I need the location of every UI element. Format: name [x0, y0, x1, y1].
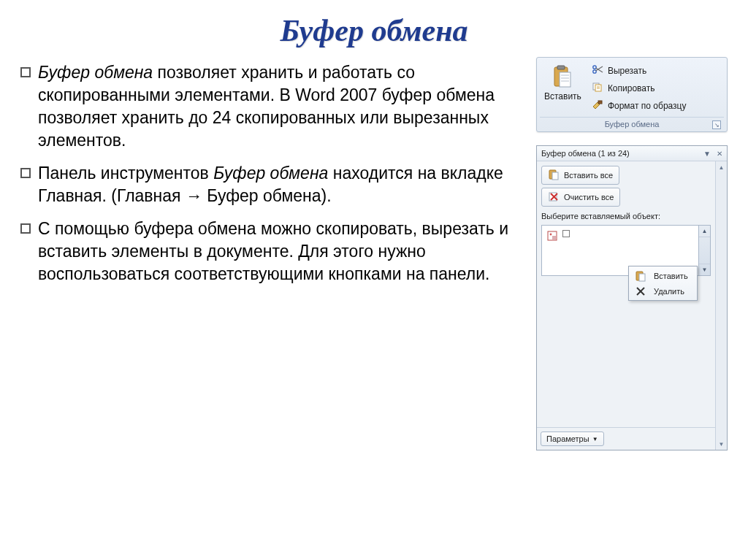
- clipboard-task-pane: Буфер обмена (1 из 24) ▼ ✕: [536, 145, 728, 450]
- format-painter-label: Формат по образцу: [608, 101, 687, 111]
- list-scrollbar[interactable]: ▲ ▼: [699, 225, 711, 276]
- paste-label: Вставить: [544, 91, 581, 101]
- clipboard-item-thumb: [562, 230, 570, 237]
- context-menu: Вставить Удалить: [628, 266, 698, 301]
- bullet-marker: [20, 168, 31, 178]
- format-painter-button[interactable]: Формат по образцу: [589, 97, 690, 114]
- copy-button[interactable]: Копировать: [589, 80, 690, 96]
- bullet-2: Панель инструментов Буфер обмена находит…: [38, 162, 520, 207]
- paste-all-button[interactable]: Вставить все: [541, 166, 619, 185]
- svg-rect-22: [552, 236, 556, 239]
- chevron-down-icon: ▼: [592, 436, 598, 442]
- paste-button[interactable]: Вставить: [540, 61, 586, 114]
- copy-icon: [592, 82, 603, 94]
- pane-title: Буфер обмена (1 из 24): [541, 149, 630, 158]
- svg-point-21: [550, 234, 552, 236]
- slide-title: Буфер обмена: [20, 13, 728, 48]
- svg-rect-1: [557, 66, 565, 69]
- parameters-button[interactable]: Параметры ▼: [541, 431, 604, 446]
- paste-icon: [551, 64, 574, 91]
- svg-rect-24: [639, 274, 645, 281]
- bullet-marker: [20, 67, 31, 77]
- ribbon-clipboard-group: Вставить Вы: [536, 57, 728, 132]
- svg-rect-2: [560, 72, 570, 87]
- context-paste-label: Вставить: [654, 272, 688, 280]
- copy-label: Копировать: [608, 83, 655, 93]
- paste-all-label: Вставить все: [564, 171, 613, 180]
- svg-rect-14: [598, 101, 602, 104]
- context-paste-item[interactable]: Вставить: [630, 268, 695, 284]
- cut-label: Вырезать: [608, 66, 646, 76]
- clipboard-item-icon: [546, 230, 558, 242]
- svg-rect-16: [552, 172, 558, 180]
- ribbon-group-title: Буфер обмена: [605, 120, 660, 129]
- clear-all-button[interactable]: Очистить все: [541, 188, 620, 207]
- bullet-marker: [20, 223, 31, 234]
- dialog-launcher[interactable]: ↘: [712, 120, 721, 129]
- bullet-3: С помощью буфера обмена можно скопироват…: [38, 218, 520, 285]
- bullet-1: Буфер обмена позволяет хранить и работат…: [38, 61, 520, 152]
- brush-icon: [592, 99, 603, 112]
- pane-menu-icon[interactable]: ▼: [703, 150, 711, 158]
- select-object-label: Выберите вставляемый объект:: [541, 212, 711, 220]
- scissors-icon: [592, 64, 603, 77]
- context-delete-item[interactable]: Удалить: [630, 284, 695, 299]
- pane-close-icon[interactable]: ✕: [717, 150, 722, 158]
- body-text: Буфер обмена позволяет хранить и работат…: [20, 57, 520, 450]
- clear-all-icon: [548, 191, 560, 204]
- cut-button[interactable]: Вырезать: [589, 62, 690, 79]
- clear-all-label: Очистить все: [564, 193, 614, 202]
- paste-all-icon: [548, 169, 560, 182]
- context-delete-label: Удалить: [654, 287, 684, 296]
- pane-scrollbar[interactable]: ▲ ▼: [715, 161, 727, 450]
- context-paste-icon: [633, 270, 648, 282]
- delete-icon: [633, 286, 648, 296]
- parameters-label: Параметры: [546, 434, 589, 443]
